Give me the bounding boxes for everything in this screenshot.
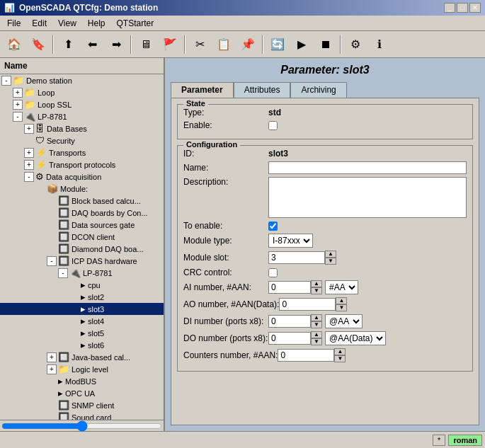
tree-expand-btn[interactable]: - bbox=[1, 76, 11, 86]
crc-checkbox[interactable] bbox=[268, 268, 278, 277]
toolbar-copy-button[interactable]: 📋 bbox=[212, 34, 235, 55]
tree-expand-btn[interactable]: - bbox=[58, 268, 68, 278]
tree-expand-btn[interactable]: + bbox=[24, 124, 34, 134]
toolbar-paste-button[interactable]: 📌 bbox=[236, 34, 259, 55]
tree-item-slot5[interactable]: ▸slot5 bbox=[0, 327, 164, 339]
tree-expand-btn[interactable]: + bbox=[47, 364, 57, 374]
toolbar-info-button[interactable]: ℹ bbox=[368, 34, 391, 55]
di-down-btn[interactable]: ▼ bbox=[311, 321, 322, 328]
tree-item-databases[interactable]: +🗄Data Bases bbox=[0, 122, 164, 134]
toolbar-play-button[interactable]: ▶ bbox=[290, 34, 313, 55]
tree-item-dcon[interactable]: 🔲DCON client bbox=[0, 231, 164, 243]
tree-item-opcua[interactable]: ▸OPC UA bbox=[0, 387, 164, 399]
do-up-btn[interactable]: ▲ bbox=[311, 331, 322, 338]
tree-item-slot3[interactable]: ▸slot3 bbox=[0, 303, 164, 315]
tab-parameter[interactable]: Parameter bbox=[171, 82, 234, 98]
tree-expand-btn[interactable]: - bbox=[24, 172, 34, 182]
ai-up-btn[interactable]: ▲ bbox=[311, 280, 322, 287]
desc-textarea[interactable] bbox=[268, 177, 467, 218]
tree-item-transport_proto[interactable]: +⚡Transport protocols bbox=[0, 159, 164, 171]
hscroll-slider[interactable] bbox=[1, 420, 162, 432]
tree-item-slot4[interactable]: ▸slot4 bbox=[0, 315, 164, 327]
toolbar-cut-button[interactable]: ✂ bbox=[188, 34, 211, 55]
tree-item-modbus[interactable]: ▸ModBUS bbox=[0, 375, 164, 387]
tree-item-cpu[interactable]: ▸cpu bbox=[0, 279, 164, 291]
minimize-button[interactable]: _ bbox=[444, 3, 455, 13]
toolbar-flag-button[interactable]: 🚩 bbox=[159, 34, 181, 55]
counters-down-btn[interactable]: ▼ bbox=[334, 355, 346, 362]
tree-expand-btn[interactable]: + bbox=[47, 352, 57, 362]
tree-item-icp[interactable]: -🔲ICP DAS hardware bbox=[0, 255, 164, 267]
tree-expand-btn[interactable]: + bbox=[13, 100, 23, 110]
tree-hscroll[interactable] bbox=[0, 420, 164, 431]
do-input[interactable] bbox=[268, 332, 311, 345]
tree-expand-btn[interactable]: - bbox=[47, 256, 57, 266]
menu-qtstarter[interactable]: QTStarter bbox=[113, 17, 159, 30]
menu-view[interactable]: View bbox=[54, 17, 81, 30]
ai-down-btn[interactable]: ▼ bbox=[311, 287, 322, 294]
tree-item-module[interactable]: 📦Module: bbox=[0, 183, 164, 195]
tree-label: Diamond DAQ boa... bbox=[72, 245, 144, 253]
toolbar-display-button[interactable]: 🖥 bbox=[135, 34, 157, 55]
tree-item-block[interactable]: 🔲Block based calcu... bbox=[0, 195, 164, 207]
ai-input[interactable] bbox=[268, 281, 311, 294]
tree-item-snmp[interactable]: 🔲SNMP client bbox=[0, 399, 164, 411]
toolbar-refresh-button[interactable]: 🔄 bbox=[266, 34, 289, 55]
tab-attributes[interactable]: Attributes bbox=[234, 82, 291, 98]
di-suffix-select[interactable]: @AA @BB bbox=[325, 314, 363, 328]
di-up-btn[interactable]: ▲ bbox=[311, 314, 322, 321]
menu-edit[interactable]: Edit bbox=[28, 17, 51, 30]
tree-item-security[interactable]: 🛡Security bbox=[0, 134, 164, 147]
do-down-btn[interactable]: ▼ bbox=[311, 338, 322, 345]
name-input[interactable] bbox=[268, 161, 467, 174]
tree-item-demo[interactable]: -📁Demo station bbox=[0, 74, 164, 86]
status-button[interactable]: * bbox=[433, 435, 445, 446]
tree-item-lp8781[interactable]: -🔌LP-8781 bbox=[0, 110, 164, 122]
ai-suffix-select[interactable]: #AA #BB bbox=[325, 280, 358, 294]
module-slot-input[interactable] bbox=[268, 251, 325, 264]
tree-item-loop[interactable]: +📁Loop bbox=[0, 86, 164, 98]
toolbar-stop-button[interactable]: ⏹ bbox=[314, 34, 337, 55]
do-suffix-select[interactable]: @AA(Data) @BB(Data) bbox=[325, 331, 386, 345]
module-slot-down-btn[interactable]: ▼ bbox=[325, 258, 336, 265]
tree-item-dataacq[interactable]: -⚙Data acquisition bbox=[0, 171, 164, 183]
tree-expand-btn[interactable]: - bbox=[13, 112, 23, 122]
tree-item-slot2[interactable]: ▸slot2 bbox=[0, 291, 164, 303]
tree-item-transports[interactable]: +⚡Transports bbox=[0, 147, 164, 159]
toolbar-forward-button[interactable]: ➡ bbox=[105, 34, 127, 55]
to-enable-checkbox[interactable] bbox=[268, 222, 278, 231]
tree-item-loopssl[interactable]: +📁Loop SSL bbox=[0, 98, 164, 110]
toolbar-settings-button[interactable]: ⚙ bbox=[344, 34, 367, 55]
toolbar-home-button[interactable]: 🏠 bbox=[3, 34, 25, 55]
tree-item-diamond[interactable]: 🔲Diamond DAQ boa... bbox=[0, 243, 164, 255]
ao-up-btn[interactable]: ▲ bbox=[336, 297, 347, 304]
tree-item-datasources[interactable]: 🔲Data sources gate bbox=[0, 219, 164, 231]
maximize-button[interactable]: □ bbox=[457, 3, 468, 13]
toolbar-back-button[interactable]: ⬅ bbox=[81, 34, 103, 55]
tree-item-soundcard[interactable]: 🔲Sound card bbox=[0, 411, 164, 420]
close-button[interactable]: ✕ bbox=[469, 3, 481, 13]
tree-container[interactable]: -📁Demo station+📁Loop+📁Loop SSL-🔌LP-8781+… bbox=[0, 74, 164, 420]
tree-item-java[interactable]: +🔲Java-based cal... bbox=[0, 351, 164, 363]
tree-item-lp8781_2[interactable]: -🔌LP-8781 bbox=[0, 267, 164, 279]
menu-file[interactable]: File bbox=[3, 17, 25, 30]
ao-down-btn[interactable]: ▼ bbox=[336, 304, 347, 311]
module-slot-up-btn[interactable]: ▲ bbox=[325, 251, 336, 258]
tree-icon-shield: 🛡 bbox=[35, 135, 45, 146]
tree-item-logic[interactable]: +📁Logic level bbox=[0, 363, 164, 375]
di-input[interactable] bbox=[268, 315, 311, 328]
tree-item-daq[interactable]: 🔲DAQ boards by Con... bbox=[0, 207, 164, 219]
ao-input[interactable] bbox=[279, 298, 336, 311]
toolbar-up-button[interactable]: ⬆ bbox=[57, 34, 79, 55]
enable-checkbox[interactable] bbox=[268, 121, 278, 130]
menu-help[interactable]: Help bbox=[84, 17, 110, 30]
tree-expand-btn[interactable]: + bbox=[24, 160, 34, 170]
tree-expand-btn[interactable]: + bbox=[13, 88, 23, 98]
tree-item-slot6[interactable]: ▸slot6 bbox=[0, 339, 164, 351]
counters-up-btn[interactable]: ▲ bbox=[334, 348, 346, 355]
counters-input[interactable] bbox=[278, 349, 334, 362]
toolbar-bookmark-button[interactable]: 🔖 bbox=[27, 34, 50, 55]
tree-expand-btn[interactable]: + bbox=[24, 148, 34, 158]
module-type-select[interactable]: I-87xxx I-8xxx other bbox=[268, 234, 313, 248]
tab-archiving[interactable]: Archiving bbox=[290, 82, 346, 98]
